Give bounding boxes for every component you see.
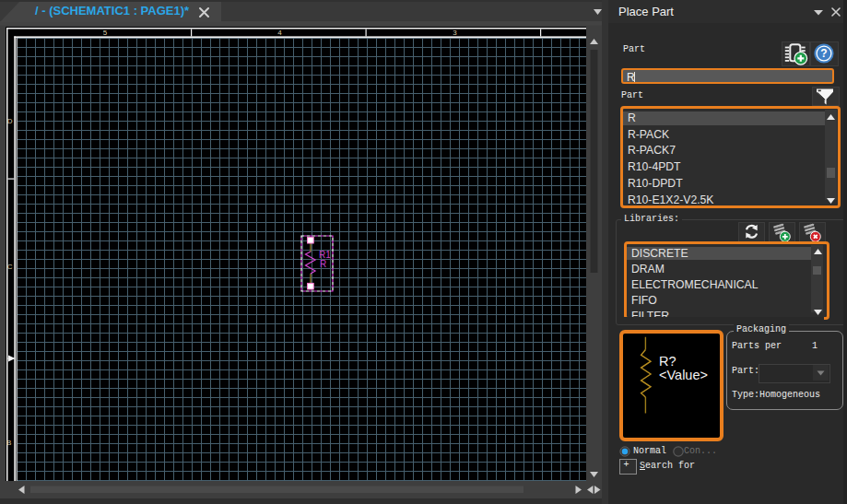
svg-text:C: C (7, 263, 13, 271)
svg-text:B: B (6, 439, 11, 447)
svg-text:<Value>: <Value> (659, 367, 708, 381)
svg-text:D: D (7, 117, 13, 125)
svg-text:?: ? (820, 47, 827, 60)
svg-text:R: R (320, 259, 326, 269)
svg-text:R?: R? (659, 353, 676, 368)
svg-text:4: 4 (277, 29, 282, 37)
svg-text:5: 5 (103, 29, 108, 37)
svg-text:3: 3 (453, 29, 457, 37)
